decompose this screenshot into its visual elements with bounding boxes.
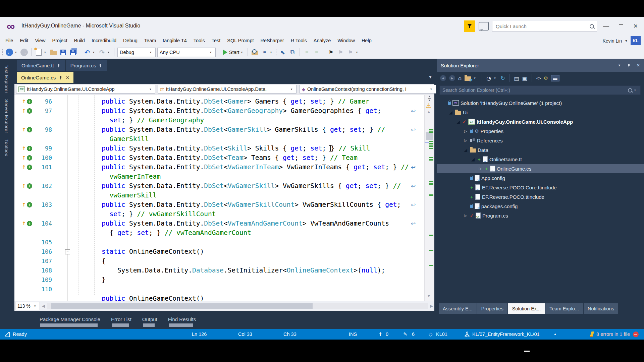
menu-item-team[interactable]: Team	[141, 38, 159, 43]
code-line-99[interactable]: ↑I99public System.Data.Entity.DbSet<Skil…	[14, 144, 434, 153]
menu-item-project[interactable]: Project	[49, 38, 71, 43]
tool-tab-test-explorer[interactable]: Test Explorer	[4, 65, 9, 93]
scrollbar-thumb[interactable]	[426, 132, 433, 140]
code-line-102[interactable]: ↑I102public System.Data.Entity.DbSet<VwG…	[14, 181, 434, 191]
tree-item-program-cs[interactable]: ▷✓Program.cs	[437, 211, 644, 220]
expander-collapsed-icon[interactable]: ▷	[478, 167, 483, 171]
navigate-forward-icon[interactable]: →	[20, 49, 28, 56]
code-line-wrap[interactable]: { get; set; } // vwTeamAndGamerCount	[14, 228, 434, 238]
feedback-icon[interactable]	[479, 22, 489, 31]
tree-item-properties[interactable]: ▷⚙Properties	[437, 126, 644, 136]
tree-item-app-config[interactable]: App.config	[437, 173, 644, 183]
bottom-tab-error-list[interactable]: Error List	[111, 314, 131, 329]
refresh-icon[interactable]: ↻	[500, 75, 505, 81]
increase-indent-icon[interactable]: ≡	[313, 48, 321, 57]
user-chevron-icon[interactable]: ▼	[625, 39, 628, 43]
workspace-icon[interactable]: ◇	[429, 329, 432, 340]
workspace-name[interactable]: KL01	[436, 329, 447, 340]
expander-expanded-icon[interactable]: ◢	[455, 119, 461, 124]
forward-icon[interactable]: ►	[449, 75, 455, 81]
menu-item-window[interactable]: Window	[334, 38, 358, 43]
properties-wrench-icon[interactable]: ⚙	[544, 75, 548, 81]
undo-icon[interactable]: ↶	[83, 48, 91, 57]
code-line-106[interactable]: 106−static OnlineGameContext()	[14, 247, 434, 256]
tree-item-ithandyguy-onlinegame-ui-consoleapp[interactable]: ◢✓C#ItHandyGuy.OnlineGame.Ui.ConsoleApp	[437, 117, 644, 126]
tree-item-onlinegame-cs[interactable]: ▷+OnlineGame.cs	[437, 164, 644, 173]
code-line-100[interactable]: ↑I100public System.Data.Entity.DbSet<Tea…	[14, 153, 434, 163]
navigate-backward-icon[interactable]: ←	[6, 49, 13, 56]
tree-item-ef-reverse-poco-core-ttinclude[interactable]: +EF.Reverse.POCO.Core.ttinclude	[437, 183, 644, 192]
find-in-files-icon[interactable]	[252, 51, 258, 55]
start-debug-icon[interactable]	[223, 50, 227, 55]
scroll-right-icon[interactable]: ▶	[430, 304, 433, 308]
selection-mode-icon[interactable]: ⬉	[279, 48, 287, 57]
window-position-chevron-icon[interactable]: ▼	[618, 64, 621, 67]
chevron-down-icon[interactable]: ▾	[494, 76, 497, 80]
error-summary[interactable]: 8 errors in 1 file	[596, 331, 630, 337]
sync-with-active-document-icon[interactable]: ▬	[551, 75, 559, 81]
list-members-icon[interactable]: ≡	[261, 48, 269, 57]
tree-item-references[interactable]: ▷References	[437, 136, 644, 145]
code-line-wrap[interactable]: set; } // vwGamerSkillCount	[14, 209, 434, 219]
scroll-down-icon[interactable]: ▼	[427, 294, 431, 298]
expander-expanded-icon[interactable]: ◢	[448, 110, 453, 115]
start-chevron-icon[interactable]: ▾	[241, 51, 245, 54]
tree-item-solution-ithandyguy-onlinegame-1-project[interactable]: ∞Solution 'ItHandyGuy.OnlineGame' (1 pro…	[437, 98, 644, 108]
auto-hide-pin-icon[interactable]	[627, 63, 631, 68]
scroll-left-icon[interactable]: ◀	[42, 304, 45, 308]
pin-icon[interactable]	[57, 63, 60, 68]
close-tab-icon[interactable]: ×	[66, 75, 69, 80]
previous-bookmark-icon[interactable]: ⚑	[337, 48, 345, 57]
code-line-98[interactable]: ↑I98public System.Data.Entity.DbSet<Game…	[14, 125, 434, 134]
menu-item-tangible-t4[interactable]: tangible T4	[159, 38, 190, 43]
show-all-files-icon[interactable]: ▣	[522, 75, 527, 81]
menu-item-sql-prompt[interactable]: SQL Prompt	[224, 38, 257, 43]
tool-tab-toolbox[interactable]: Toolbox	[4, 139, 9, 156]
tree-item-packages-config[interactable]: packages.config	[437, 201, 644, 211]
menu-item-analyze[interactable]: Analyze	[310, 38, 334, 43]
edit-count[interactable]: 6	[412, 329, 415, 340]
branch-collapse-chevron-icon[interactable]: ▲	[553, 329, 557, 340]
expander-expanded-icon[interactable]: ◢	[470, 157, 476, 162]
configuration-dropdown[interactable]: Debug▾	[117, 48, 156, 57]
close-button[interactable]: ×	[630, 21, 641, 31]
code-line-wrap[interactable]: vwGamerSkill	[14, 191, 434, 200]
menu-item-view[interactable]: View	[32, 38, 49, 43]
toolbar-overflow-chevron-icon[interactable]: ▾	[356, 51, 360, 54]
menu-item-build[interactable]: Build	[71, 38, 88, 43]
chevron-down-icon[interactable]: ▾	[634, 88, 638, 92]
tool-window-tab-solution-ex[interactable]: Solution Ex...	[508, 303, 545, 314]
home-icon[interactable]: ⌂	[458, 75, 462, 81]
save-icon[interactable]	[60, 50, 66, 55]
comment-block-icon[interactable]: ⧉	[288, 48, 297, 57]
code-line-104[interactable]: ↑I104public System.Data.Entity.DbSet<VwT…	[14, 219, 434, 228]
tool-window-tab-notifications[interactable]: Notifications	[584, 303, 618, 314]
code-line-109[interactable]: 109}	[14, 275, 434, 285]
open-file-icon[interactable]	[50, 51, 57, 55]
tab-overflow-chevron-icon[interactable]: ▼	[428, 75, 432, 79]
toolbar-grip[interactable]	[2, 49, 4, 56]
restore-button[interactable]	[615, 21, 627, 31]
pencil-icon[interactable]: ✎	[403, 329, 407, 340]
branch-icon[interactable]	[465, 331, 470, 338]
expander-collapsed-icon[interactable]: ▷	[463, 129, 468, 133]
decrease-indent-icon[interactable]: ≡	[303, 48, 311, 57]
new-file-icon[interactable]	[36, 49, 42, 56]
code-line-wrap[interactable]: GamerSkill	[14, 134, 434, 144]
code-line-110[interactable]: 110	[14, 285, 434, 294]
code-line-wrap[interactable]: vwGamerInTeam	[14, 172, 434, 181]
code-line-101[interactable]: ↑I101public System.Data.Entity.DbSet<VwG…	[14, 163, 434, 172]
menu-item-resharper[interactable]: ReSharper	[257, 38, 287, 43]
type-dropdown[interactable]: ⇄ ItHandyGuy.OnlineGame.Ui.ConsoleApp.Da…	[158, 85, 297, 94]
solution-analysis-icon[interactable]	[590, 331, 594, 337]
minimize-button[interactable]: —	[600, 21, 612, 31]
editor-horizontal-scrollbar[interactable]	[47, 303, 428, 309]
next-bookmark-icon[interactable]: ⚑	[346, 48, 355, 57]
analysis-error-icon[interactable]	[633, 331, 639, 337]
code-line-108[interactable]: 108System.Data.Entity.Database.SetInitia…	[14, 266, 434, 275]
collapse-all-icon[interactable]: ▤	[514, 75, 519, 81]
zoom-level-dropdown[interactable]: 113 %▾	[15, 302, 40, 310]
pin-icon[interactable]	[59, 75, 62, 80]
quick-launch-input[interactable]	[495, 23, 590, 29]
expander-collapsed-icon[interactable]: ▷	[463, 214, 468, 218]
